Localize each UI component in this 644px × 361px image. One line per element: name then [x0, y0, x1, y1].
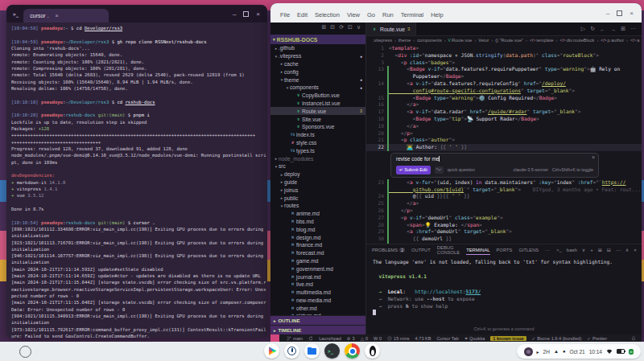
breadcrumb-item[interactable]: .vitepress — [373, 38, 392, 43]
breadcrumb-item[interactable]: </>template — [530, 38, 554, 43]
chrome-icon[interactable] — [345, 343, 360, 359]
code-line[interactable]: 23 <a v-for="(uid, index) in data.mainta… — [366, 179, 642, 187]
terminal-tab[interactable]: cursor . × — [23, 9, 109, 23]
model-name[interactable]: claude-3.5-sonnet — [514, 166, 548, 174]
code-line[interactable]: 2 <div :id="namespace + JSON.stringify(d… — [366, 52, 642, 59]
submit-edit-button[interactable]: ↵ Submit Edit — [396, 166, 431, 174]
back-icon[interactable]: ← — [600, 27, 605, 32]
panel-tab-output[interactable]: OUTPUT — [411, 244, 431, 255]
new-terminal-icon[interactable]: + — [590, 248, 593, 252]
tree-item-config[interactable]: ▸config — [270, 68, 365, 76]
tree-item-copybutton-vue[interactable]: VCopyButton.vue — [270, 92, 365, 100]
tree-item-routes[interactable]: ▾routes — [270, 202, 365, 210]
collapse-all-icon[interactable]: ⊡ — [348, 24, 353, 35]
terminal-output[interactable]: [10:04:58] pseudoyu:~ $ cd Developer/rss… — [6, 23, 267, 338]
tree-item-guide[interactable]: ▸guide — [270, 178, 365, 187]
launcher-button[interactable] — [19, 346, 31, 358]
ai-prompt-input[interactable]: revise code for me — [396, 156, 593, 163]
menu-file[interactable]: File — [280, 11, 290, 18]
tree-item-bbs-md[interactable]: Mbbs.md — [270, 218, 365, 226]
menu-go[interactable]: Go — [367, 11, 375, 18]
status-item-main[interactable]: main — [287, 336, 303, 341]
tree-item-node-modules[interactable]: ▸node_modules — [270, 154, 365, 162]
breadcrumb-item[interactable]: components — [417, 38, 441, 43]
tree-item-sponsors-vue[interactable]: VSponsors.vue — [270, 123, 365, 131]
tree-item-game-md[interactable]: Mgame.md — [270, 257, 365, 265]
files-app-icon[interactable] — [304, 343, 320, 359]
tree-item-anime-md[interactable]: Manime.md — [270, 210, 365, 218]
status-item--quokka[interactable]: ✦ Quokka — [464, 336, 485, 341]
new-file-icon[interactable]: ⊞ — [321, 24, 326, 35]
tree-item-components[interactable]: ▾components● — [270, 84, 365, 92]
menu-run[interactable]: Run — [382, 11, 394, 18]
close-panel-icon[interactable]: × — [634, 248, 637, 252]
shell-selector[interactable]: bash — [567, 248, 577, 252]
tree-item-journal-md[interactable]: Mjournal.md — [270, 273, 365, 281]
code-line[interactable]: 17 <a v-if="data.radar" href="/guide/#ra… — [366, 109, 642, 116]
tree-item-finance-md[interactable]: Mfinance.md — [270, 241, 365, 249]
terminal-app-icon[interactable]: >_ — [324, 343, 340, 359]
workspace-root[interactable]: ▾ RSSHUB-DOCS — [270, 35, 365, 44]
tree-item-style-css[interactable]: #style.css — [270, 139, 365, 147]
tree-item-blog-md[interactable]: Mblog.md — [270, 225, 365, 233]
tree-item-cache[interactable]: ▸cache — [270, 60, 365, 68]
breadcrumb-item[interactable]: </>div.routeBlock — [559, 38, 594, 43]
tree-item-multimedia-md[interactable]: Mmultimedia.md — [270, 289, 365, 297]
tree-item-index-ts[interactable]: TSindex.ts — [270, 131, 365, 139]
tree-item-src[interactable]: ▾src — [270, 162, 365, 170]
code-line[interactable]: 22 👨‍💻 Author: {{ ' ' }} — [366, 144, 642, 151]
tree-item-forecast-md[interactable]: Mforecast.md — [270, 249, 365, 257]
close-icon[interactable]: × — [256, 10, 260, 18]
run-icon[interactable]: ▷ — [581, 26, 585, 32]
tree-item-types-ts[interactable]: TStypes.ts — [270, 146, 365, 154]
panel-tab-debug-console[interactable]: DEBUG CONSOLE — [437, 244, 460, 255]
notifications-bell-icon[interactable] — [631, 336, 636, 341]
tree-item-public[interactable]: ▸public — [270, 194, 365, 202]
chevron-down-icon[interactable]: ∨ — [357, 24, 361, 35]
code-line[interactable]: 13 <Badge v-if="data.features?.requirePu… — [366, 66, 642, 73]
code-line[interactable]: 20 </p> — [366, 130, 642, 137]
menu-selection[interactable]: Selection — [315, 11, 340, 18]
code-line[interactable]: github.com/${uid}`" target="_blank"> DIY… — [366, 187, 642, 194]
code-line[interactable]: 19 </a> — [366, 123, 642, 130]
chevron-down-icon[interactable]: ∨ — [582, 247, 585, 252]
code-line[interactable]: 21 <p class="author"> — [366, 137, 642, 144]
status-item-launchpad[interactable]: Launchpad — [319, 336, 341, 341]
panel-tab--[interactable]: ··· — [545, 244, 550, 255]
minimize-icon[interactable]: – — [233, 10, 236, 18]
split-editor-icon[interactable]: ⊞ — [621, 26, 625, 32]
status-item-prettier[interactable]: ✓Prettier — [587, 336, 607, 341]
tree-item-live-md[interactable]: Mlive.md — [270, 281, 365, 289]
code-line[interactable]: 29 <a :href="demoUrl" target="_blank"> — [366, 228, 642, 236]
kill-terminal-icon[interactable]: ⊟ — [607, 247, 611, 252]
menu-terminal[interactable]: Terminal — [401, 11, 423, 18]
close-icon[interactable]: × — [630, 10, 634, 17]
status-item-sync[interactable] — [308, 336, 313, 341]
breadcrumb-item[interactable]: Vetur — [478, 38, 489, 43]
menu-help[interactable]: Help — [431, 11, 443, 18]
code-line[interactable]: 14 <a v-if="data.features?.requireConfig… — [366, 80, 642, 88]
tree-item-route-vue[interactable]: VRoute.vue3 — [270, 107, 365, 115]
more-actions-icon[interactable]: ⋯ — [630, 26, 636, 32]
more-actions-icon[interactable]: ⋯ — [616, 247, 621, 252]
panel-tab-problems[interactable]: PROBLEMS2 — [372, 244, 405, 255]
status-item-cursor-tab[interactable]: Cursor Tab — [437, 336, 459, 341]
tree-item-other-md[interactable]: Mother.md — [270, 304, 365, 312]
breadcrumb-item[interactable]: {} "Route.vue" — [495, 38, 523, 43]
panel-tab-ports[interactable]: PORTS — [497, 244, 513, 255]
code-line[interactable]: 3 <p class="badges"> — [366, 59, 642, 67]
split-terminal-icon[interactable]: ⊞ — [598, 247, 602, 252]
maximize-icon[interactable] — [617, 10, 622, 16]
code-line[interactable]: 25 </a> — [366, 200, 642, 207]
tree-item-joinus[interactable]: ▸joinus — [270, 186, 365, 194]
status-item-1-known-issue[interactable]: 1 known issue — [490, 336, 526, 341]
linux-penguin-icon[interactable] — [365, 343, 380, 359]
status-item-15-mins[interactable]: 15 mins — [387, 336, 410, 341]
tree-item-design-md[interactable]: Mdesign.md — [270, 233, 365, 241]
refresh-icon[interactable]: ⟳ — [339, 24, 344, 35]
play-store-icon[interactable] — [264, 343, 279, 359]
tree-item-theme[interactable]: ▾theme● — [270, 76, 365, 84]
code-line[interactable]: 24 @{{ uid }}{{ ' ' }} — [366, 193, 642, 200]
status-item-4-73-kb[interactable]: 4.73 KB — [415, 336, 431, 341]
code-editor[interactable]: 1<template>2 <div :id="namespace + JSON.… — [366, 44, 642, 244]
